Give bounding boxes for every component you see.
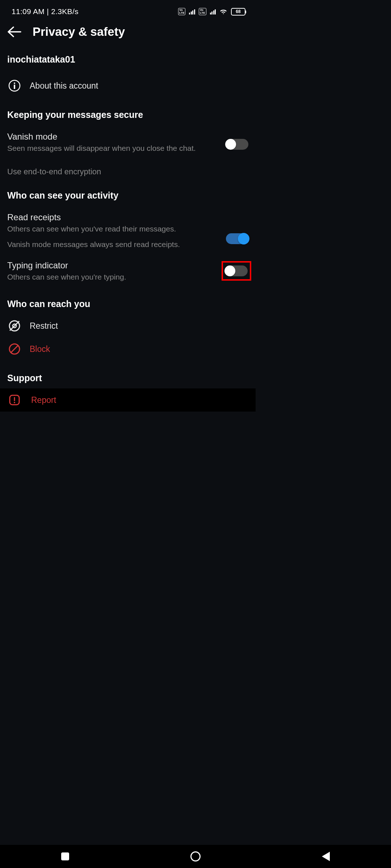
read-receipts-desc: Others can see when you've read their me… <box>7 224 219 234</box>
clock-text: 11:09 AM <box>12 7 45 16</box>
block-icon <box>7 342 22 356</box>
restrict-row[interactable]: Restrict <box>7 314 248 337</box>
status-icons: VoLTE VoLTE 68 <box>178 8 245 16</box>
account-username: inochiatataka01 <box>7 54 248 65</box>
vanish-mode-desc: Seen messages will disappear when you cl… <box>7 143 219 153</box>
battery-pct-text: 68 <box>236 9 240 14</box>
support-section-heading: Support <box>7 373 248 383</box>
read-receipts-note: Vanish mode messages always send read re… <box>7 239 219 250</box>
svg-rect-2 <box>14 85 15 89</box>
report-label: Report <box>31 395 56 405</box>
restrict-icon <box>7 319 22 333</box>
volte-icon-2: VoLTE <box>199 8 206 15</box>
volte-icon-1: VoLTE <box>178 8 186 15</box>
battery-icon: 68 <box>231 8 245 16</box>
svg-line-7 <box>11 345 18 353</box>
svg-rect-9 <box>14 397 15 401</box>
vanish-mode-title: Vanish mode <box>7 132 219 142</box>
net-speed-text: 2.3KB/s <box>51 7 79 16</box>
read-receipts-toggle[interactable] <box>226 233 248 244</box>
read-receipts-setting[interactable]: Read receipts Others can see when you've… <box>7 206 248 254</box>
arrow-left-icon <box>8 26 21 37</box>
typing-indicator-desc: Others can see when you're typing. <box>7 272 215 282</box>
signal-bars-icon-2 <box>210 9 216 14</box>
wifi-icon <box>219 8 227 15</box>
info-icon <box>7 78 22 93</box>
about-account-row[interactable]: About this account <box>7 74 248 97</box>
page-title: Privacy & safety <box>33 25 125 39</box>
back-button[interactable] <box>7 24 22 40</box>
vanish-mode-toggle[interactable] <box>226 139 248 150</box>
typing-indicator-title: Typing indicator <box>7 260 215 271</box>
secure-section-heading: Keeping your messages secure <box>7 110 248 120</box>
svg-point-10 <box>14 402 15 403</box>
typing-indicator-toggle[interactable] <box>225 265 248 276</box>
block-label: Block <box>30 344 50 354</box>
block-row[interactable]: Block <box>7 337 248 361</box>
about-account-label: About this account <box>30 81 98 91</box>
svg-point-1 <box>14 82 15 84</box>
vanish-mode-setting[interactable]: Vanish mode Seen messages will disappear… <box>7 125 248 158</box>
restrict-label: Restrict <box>30 321 58 331</box>
reach-section-heading: Who can reach you <box>7 299 248 309</box>
typing-indicator-setting[interactable]: Typing indicator Others can see when you… <box>7 254 248 286</box>
status-time: 11:09 AM | 2.3KB/s <box>12 7 79 16</box>
e2e-encryption-link[interactable]: Use end-to-end encryption <box>7 158 248 178</box>
report-icon <box>7 393 22 407</box>
typing-toggle-highlight <box>222 261 251 281</box>
status-bar: 11:09 AM | 2.3KB/s VoLTE VoLTE 68 <box>0 0 256 20</box>
activity-section-heading: Who can see your activity <box>7 190 248 201</box>
read-receipts-title: Read receipts <box>7 212 219 222</box>
signal-bars-icon-1 <box>189 9 195 14</box>
report-row[interactable]: Report <box>0 388 256 412</box>
page-header: Privacy & safety <box>0 20 256 46</box>
